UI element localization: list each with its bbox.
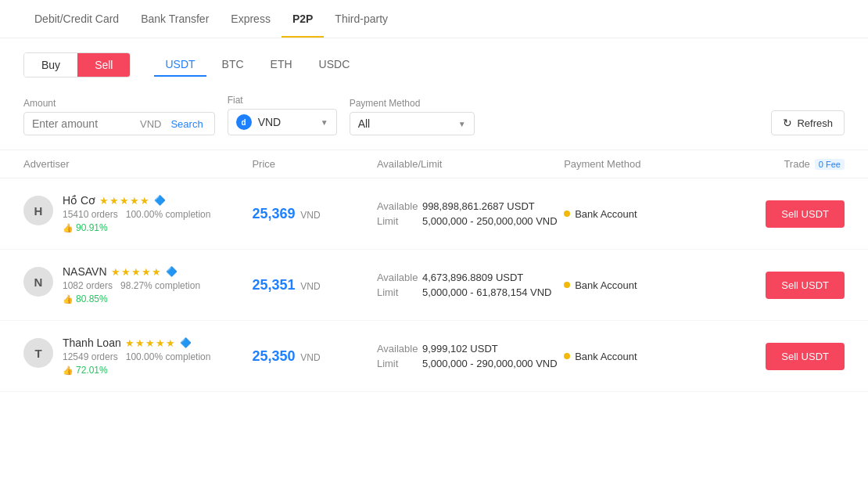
limit-row: Limit 5,000,000 - 290,000,000 VND xyxy=(377,358,564,369)
refresh-button[interactable]: ↻ Refresh xyxy=(771,110,845,135)
limit-label: Limit xyxy=(377,215,416,227)
star-rating: ★★★★★ xyxy=(99,195,150,207)
available-cell: Available 4,673,896.8809 USDT Limit 5,00… xyxy=(377,272,564,298)
advertiser-name-text: Thanh Loan xyxy=(63,337,121,349)
advertiser-info: NASAVN ★★★★★ 🔷 1082 orders 98.27% comple… xyxy=(63,265,200,304)
nav-p2p[interactable]: P2P xyxy=(282,0,324,38)
sell-usdt-button[interactable]: Sell USDT xyxy=(766,343,845,370)
star-rating: ★★★★★ xyxy=(125,337,176,349)
available-row: Available 9,999,102 USDT xyxy=(377,343,564,355)
thumb-up-icon: 👍 xyxy=(63,294,74,304)
trade-cell: Sell USDT xyxy=(720,272,845,299)
fiat-value: VND xyxy=(258,116,282,128)
available-row: Available 4,673,896.8809 USDT xyxy=(377,272,564,283)
fiat-filter-group: Fiat d VND ▼ xyxy=(228,95,337,135)
limit-row: Limit 5,000,000 - 250,000,000 VND xyxy=(377,215,564,227)
advertiser-stats: 1082 orders 98.27% completion xyxy=(63,280,200,291)
limit-row: Limit 5,000,000 - 61,878,154 VND xyxy=(377,286,564,298)
nav-bank-transfer[interactable]: Bank Transfer xyxy=(130,0,220,38)
crypto-tab-usdt[interactable]: USDT xyxy=(154,53,206,77)
header-advertiser: Advertiser xyxy=(23,158,252,170)
avatar: T xyxy=(23,338,53,368)
limit-value: 5,000,000 - 290,000,000 VND xyxy=(422,358,558,369)
crypto-tab-usdc[interactable]: USDC xyxy=(308,53,361,77)
price-cell: 25,350 VND xyxy=(252,348,377,365)
available-cell: Available 998,898,861.2687 USDT Limit 5,… xyxy=(377,200,564,227)
available-value: 998,898,861.2687 USDT xyxy=(422,200,535,212)
buy-sell-toggle: Buy Sell xyxy=(23,52,131,77)
avatar: H xyxy=(23,196,53,225)
available-cell: Available 9,999,102 USDT Limit 5,000,000… xyxy=(377,343,564,369)
available-row: Available 998,898,861.2687 USDT xyxy=(377,200,564,212)
star-rating: ★★★★★ xyxy=(111,266,162,278)
payment-method-value: Bank Account xyxy=(575,279,637,291)
price-currency: VND xyxy=(300,210,320,221)
nav-debit-credit[interactable]: Debit/Credit Card xyxy=(23,0,130,38)
payment-value: All xyxy=(358,117,371,130)
payment-method-select[interactable]: All ▼ xyxy=(350,112,475,135)
limit-value: 5,000,000 - 250,000,000 VND xyxy=(422,215,558,227)
payment-cell: Bank Account xyxy=(564,279,719,291)
fiat-select[interactable]: d VND ▼ xyxy=(228,109,337,135)
fiat-icon: d xyxy=(236,114,252,130)
crypto-tab-eth[interactable]: ETH xyxy=(260,53,303,77)
advertiser-stats: 12549 orders 100.00% completion xyxy=(63,351,210,362)
payment-dot-icon xyxy=(564,353,570,359)
payment-dot-icon xyxy=(564,282,570,288)
section-controls: Buy Sell USDT BTC ETH USDC xyxy=(0,38,868,85)
limit-label: Limit xyxy=(377,286,416,298)
payment-label: Payment Method xyxy=(350,98,475,109)
payment-filter-group: Payment Method All ▼ xyxy=(350,98,475,135)
verified-icon: 🔷 xyxy=(154,195,166,206)
advertiser-info: Thanh Loan ★★★★★ 🔷 12549 orders 100.00% … xyxy=(63,337,210,376)
sell-usdt-button[interactable]: Sell USDT xyxy=(766,200,845,228)
filters-bar: Amount VND Search Fiat d VND ▼ Payment M… xyxy=(0,85,868,149)
fiat-dropdown-arrow: ▼ xyxy=(321,118,328,127)
search-button[interactable]: Search xyxy=(167,118,206,130)
advertiser-cell: N NASAVN ★★★★★ 🔷 1082 orders 98.27% comp… xyxy=(23,265,252,304)
top-nav: Debit/Credit Card Bank Transfer Express … xyxy=(0,0,868,38)
crypto-tabs: USDT BTC ETH USDC xyxy=(154,53,360,77)
price-value: 25,351 xyxy=(252,277,295,293)
available-value: 4,673,896.8809 USDT xyxy=(422,272,523,283)
table-row: T Thanh Loan ★★★★★ 🔷 12549 orders 100.00… xyxy=(0,321,868,392)
amount-input[interactable] xyxy=(32,117,134,130)
advertiser-cell: T Thanh Loan ★★★★★ 🔷 12549 orders 100.00… xyxy=(23,337,252,376)
advertiser-name-text: Hồ Cơ xyxy=(63,194,95,207)
refresh-icon: ↻ xyxy=(783,117,792,129)
thumb-up-icon: 👍 xyxy=(63,365,74,376)
table-row: H Hồ Cơ ★★★★★ 🔷 15410 orders 100.00% com… xyxy=(0,178,868,250)
advertiser-stats: 15410 orders 100.00% completion xyxy=(63,209,210,220)
price-currency: VND xyxy=(300,281,320,292)
sell-button[interactable]: Sell xyxy=(77,53,130,77)
completion-percent: 72.01% xyxy=(76,365,108,376)
nav-express[interactable]: Express xyxy=(220,0,282,38)
payment-dot-icon xyxy=(564,211,570,217)
trade-cell: Sell USDT xyxy=(720,343,845,370)
sell-usdt-button[interactable]: Sell USDT xyxy=(766,272,845,299)
amount-input-wrap: VND Search xyxy=(23,112,215,135)
available-label: Available xyxy=(377,272,416,283)
advertiser-name: NASAVN ★★★★★ 🔷 xyxy=(63,265,200,278)
zero-fee-badge: 0 Fee xyxy=(815,159,845,170)
available-value: 9,999,102 USDT xyxy=(422,343,498,355)
refresh-label: Refresh xyxy=(797,117,833,129)
header-payment-method: Payment Method xyxy=(564,158,719,170)
available-label: Available xyxy=(377,200,416,212)
payment-dropdown-arrow: ▼ xyxy=(458,120,466,128)
buy-button[interactable]: Buy xyxy=(24,53,77,77)
payment-method-value: Bank Account xyxy=(575,208,637,220)
price-cell: 25,351 VND xyxy=(252,277,377,293)
crypto-tab-btc[interactable]: BTC xyxy=(211,53,255,77)
advertiser-completion: 👍 80.85% xyxy=(63,293,200,304)
table-row: N NASAVN ★★★★★ 🔷 1082 orders 98.27% comp… xyxy=(0,250,868,321)
fiat-label: Fiat xyxy=(228,95,337,106)
amount-currency: VND xyxy=(140,118,161,130)
advertiser-name: Hồ Cơ ★★★★★ 🔷 xyxy=(63,194,210,207)
nav-third-party[interactable]: Third-party xyxy=(324,0,399,38)
available-label: Available xyxy=(377,343,416,355)
payment-cell: Bank Account xyxy=(564,351,719,362)
trade-cell: Sell USDT xyxy=(720,200,845,228)
verified-icon: 🔷 xyxy=(166,266,178,277)
advertiser-name: Thanh Loan ★★★★★ 🔷 xyxy=(63,337,210,349)
